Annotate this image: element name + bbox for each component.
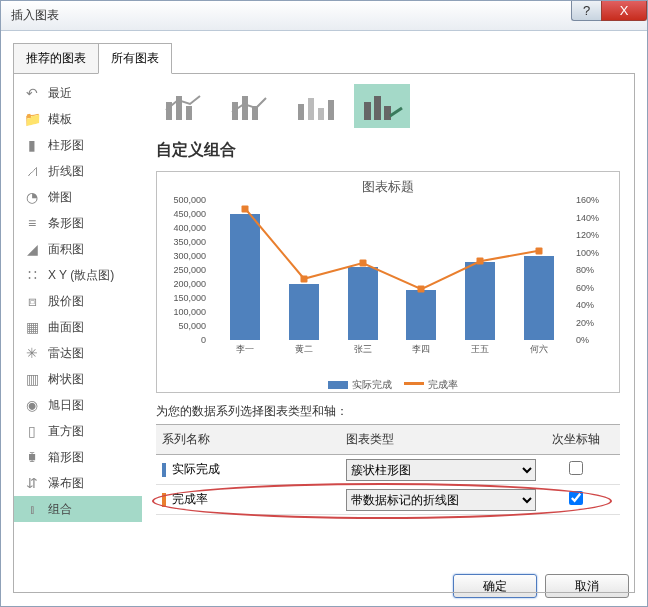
sidebar-icon: ⧈ [24, 293, 40, 309]
sidebar-icon: ◔ [24, 189, 40, 205]
svg-rect-4 [242, 96, 248, 120]
svg-rect-6 [298, 104, 304, 120]
sidebar-icon: ✳ [24, 345, 40, 361]
sidebar-item-14[interactable]: ⧯箱形图 [14, 444, 142, 470]
line-point [301, 275, 308, 282]
series-prompt: 为您的数据系列选择图表类型和轴： [156, 403, 620, 420]
sidebar-icon: ⫾ [24, 501, 40, 517]
sidebar-item-13[interactable]: ▯直方图 [14, 418, 142, 444]
sidebar-item-4[interactable]: ◔饼图 [14, 184, 142, 210]
series-marker [162, 463, 166, 477]
svg-rect-2 [186, 106, 192, 120]
sidebar-item-16[interactable]: ⫾组合 [14, 496, 142, 522]
svg-rect-9 [374, 96, 381, 120]
header-secondary-axis: 次坐标轴 [546, 431, 606, 448]
title-bar: 插入图表 ? X [1, 1, 647, 31]
sidebar-icon: ⧯ [24, 449, 40, 465]
sidebar-item-5[interactable]: ≡条形图 [14, 210, 142, 236]
close-button[interactable]: X [601, 1, 647, 21]
sidebar-icon: ⩘ [24, 163, 40, 179]
sidebar-item-11[interactable]: ▥树状图 [14, 366, 142, 392]
series-row: 实际完成簇状柱形图 [156, 455, 620, 485]
svg-rect-10 [384, 106, 391, 120]
chart-legend: 实际完成 完成率 [167, 378, 609, 392]
svg-rect-7 [328, 100, 334, 120]
sidebar-item-6[interactable]: ◢面积图 [14, 236, 142, 262]
sidebar-icon: ▮ [24, 137, 40, 153]
combo-subtype-2[interactable] [222, 84, 278, 128]
series-table: 系列名称 图表类型 次坐标轴 实际完成簇状柱形图完成率带数据标记的折线图 [156, 424, 620, 515]
sidebar-item-8[interactable]: ⧈股价图 [14, 288, 142, 314]
sidebar-icon: 📁 [24, 111, 40, 127]
sidebar-icon: ◢ [24, 241, 40, 257]
sidebar-item-3[interactable]: ⩘折线图 [14, 158, 142, 184]
chart-title: 图表标题 [167, 178, 609, 196]
line-point [535, 247, 542, 254]
series-name: 完成率 [172, 491, 208, 508]
series-row: 完成率带数据标记的折线图 [156, 485, 620, 515]
sidebar-icon: ∷ [24, 267, 40, 283]
sidebar-item-2[interactable]: ▮柱形图 [14, 132, 142, 158]
sidebar-icon: ≡ [24, 215, 40, 231]
secondary-axis-checkbox[interactable] [569, 491, 583, 505]
sidebar-item-0[interactable]: ↶最近 [14, 80, 142, 106]
section-title: 自定义组合 [156, 140, 620, 161]
sidebar-icon: ▯ [24, 423, 40, 439]
line-point [242, 205, 249, 212]
series-marker [162, 493, 166, 507]
combo-subtype-custom[interactable] [354, 84, 410, 128]
chart-type-select[interactable]: 簇状柱形图 [346, 459, 536, 481]
combo-subtype-3[interactable] [288, 84, 344, 128]
tab-recommended[interactable]: 推荐的图表 [13, 43, 99, 74]
sidebar-item-9[interactable]: ▦曲面图 [14, 314, 142, 340]
sidebar-item-12[interactable]: ◉旭日图 [14, 392, 142, 418]
header-series-name: 系列名称 [156, 431, 346, 448]
header-chart-type: 图表类型 [346, 431, 546, 448]
sidebar-item-15[interactable]: ⇵瀑布图 [14, 470, 142, 496]
sidebar-icon: ◉ [24, 397, 40, 413]
line-point [477, 258, 484, 265]
window-title: 插入图表 [11, 7, 59, 24]
chart-category-sidebar: ↶最近📁模板▮柱形图⩘折线图◔饼图≡条形图◢面积图∷X Y (散点图)⧈股价图▦… [14, 74, 142, 592]
combo-subtype-1[interactable] [156, 84, 212, 128]
secondary-axis-checkbox[interactable] [569, 461, 583, 475]
chart-preview: 图表标题 050,000100,000150,000200,000250,000… [156, 171, 620, 393]
sidebar-icon: ⇵ [24, 475, 40, 491]
series-name: 实际完成 [172, 461, 220, 478]
line-point [418, 286, 425, 293]
help-button[interactable]: ? [571, 1, 601, 21]
sidebar-item-1[interactable]: 📁模板 [14, 106, 142, 132]
line-point [359, 260, 366, 267]
tab-all[interactable]: 所有图表 [98, 43, 172, 74]
sidebar-icon: ▥ [24, 371, 40, 387]
svg-rect-8 [364, 102, 371, 120]
sidebar-item-7[interactable]: ∷X Y (散点图) [14, 262, 142, 288]
sidebar-icon: ▦ [24, 319, 40, 335]
chart-type-select[interactable]: 带数据标记的折线图 [346, 489, 536, 511]
sidebar-item-10[interactable]: ✳雷达图 [14, 340, 142, 366]
sidebar-icon: ↶ [24, 85, 40, 101]
